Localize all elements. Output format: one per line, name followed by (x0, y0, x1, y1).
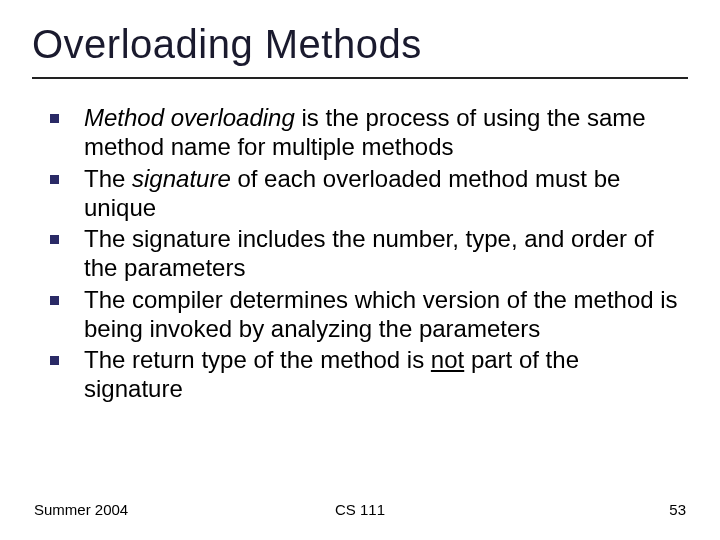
title-rule (32, 77, 688, 79)
bullet-text: The return type of the method is (84, 346, 431, 373)
bullet-list: Method overloading is the process of usi… (32, 103, 688, 404)
bullet-icon (50, 356, 59, 365)
footer: Summer 2004 CS 111 53 (34, 501, 686, 518)
bullet-icon (50, 235, 59, 244)
italic-term: Method overloading (84, 104, 295, 131)
bullet-icon (50, 114, 59, 123)
footer-center: CS 111 (34, 501, 686, 518)
bullet-text: The signature includes the number, type,… (84, 225, 654, 281)
list-item: Method overloading is the process of usi… (44, 103, 680, 162)
bullet-icon (50, 175, 59, 184)
bullet-icon (50, 296, 59, 305)
list-item: The signature includes the number, type,… (44, 224, 680, 283)
slide: Overloading Methods Method overloading i… (0, 0, 720, 540)
slide-title: Overloading Methods (32, 22, 688, 67)
italic-term: signature (132, 165, 231, 192)
bullet-text: The (84, 165, 132, 192)
bullet-text: The compiler determines which version of… (84, 286, 678, 342)
underline-term: not (431, 346, 464, 373)
list-item: The return type of the method is not par… (44, 345, 680, 404)
list-item: The compiler determines which version of… (44, 285, 680, 344)
list-item: The signature of each overloaded method … (44, 164, 680, 223)
